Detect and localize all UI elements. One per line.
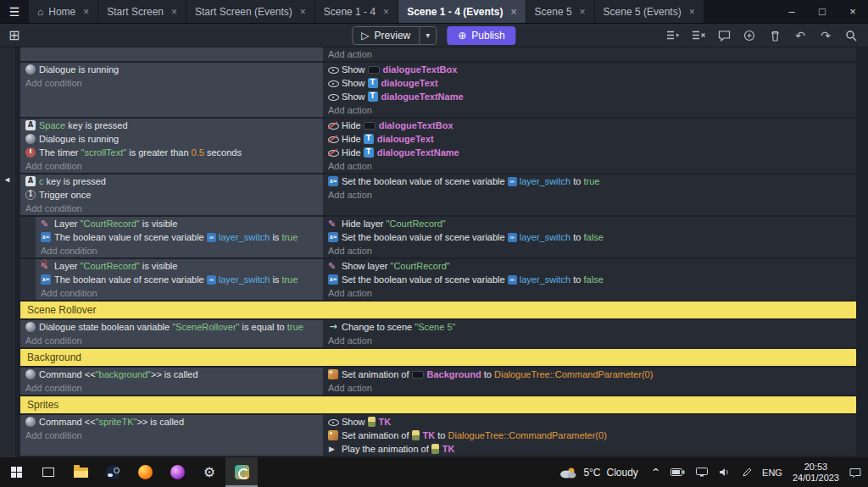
tab-scene-1-4[interactable]: Scene 1 - 4×: [315, 0, 398, 23]
tab-close-icon[interactable]: ×: [171, 6, 177, 18]
language-indicator[interactable]: ENG: [762, 468, 782, 478]
conditions-cell[interactable]: Command <<"spriteTK">> is calledAdd cond…: [20, 415, 323, 456]
actions-cell[interactable]: Change to scene "Scene 5"Add action: [323, 320, 856, 347]
comment-icon[interactable]: [717, 29, 731, 42]
condition-line[interactable]: Command <<"background">> is called: [25, 368, 318, 381]
action-line[interactable]: Hide dialogueTextName: [328, 146, 851, 159]
event-list-alt-icon[interactable]: [692, 29, 705, 42]
action-line[interactable]: Show dialogueTextName: [328, 90, 851, 103]
conditions-cell[interactable]: Command <<"background">> is calledAdd co…: [20, 368, 323, 395]
undo-icon[interactable]: ↶: [793, 29, 807, 42]
steam-button[interactable]: [97, 457, 129, 487]
actions-cell[interactable]: Add action: [323, 47, 856, 61]
task-view-button[interactable]: [32, 457, 64, 487]
redo-icon[interactable]: ↷: [819, 29, 832, 42]
group-row[interactable]: Sprites: [20, 396, 856, 413]
conditions-cell[interactable]: Dialogue state boolean variable "SceneRo…: [20, 320, 323, 347]
publish-button[interactable]: ⊕ Publish: [447, 26, 515, 45]
grid-view-icon[interactable]: ⊞: [8, 27, 19, 43]
tab-scene-5-events-[interactable]: Scene 5 (Events)×: [595, 0, 704, 23]
preview-dropdown-icon[interactable]: ▾: [420, 30, 436, 40]
actions-cell[interactable]: Hide dialogueTextBoxHide dialougeTextHid…: [323, 119, 856, 173]
maximize-button[interactable]: □: [807, 0, 837, 23]
condition-line[interactable]: The timer "scrollText" is greater than 0…: [25, 146, 318, 159]
actions-cell[interactable]: Set the boolean value of scene variable …: [323, 174, 856, 215]
hidden-icons-button[interactable]: ^: [652, 468, 659, 477]
condition-line[interactable]: Space key is pressed: [25, 119, 318, 132]
actions-cell[interactable]: Show layer "CourtRecord"Set the boolean …: [323, 259, 856, 300]
condition-line[interactable]: Dialogue is running: [25, 132, 318, 146]
tab-close-icon[interactable]: ×: [383, 6, 389, 18]
action-line[interactable]: Add action: [328, 159, 851, 173]
action-line[interactable]: Add action: [328, 103, 851, 117]
network-icon[interactable]: [696, 468, 708, 477]
battery-icon[interactable]: [670, 468, 685, 476]
actions-cell[interactable]: Show TKSet animation of TK to DialogueTr…: [323, 415, 856, 456]
action-line[interactable]: Show layer "CourtRecord": [328, 259, 851, 273]
condition-line[interactable]: Dialogue state boolean variable "SceneRo…: [25, 320, 318, 334]
gdevelop-taskbar-button[interactable]: [225, 457, 258, 487]
close-button[interactable]: ×: [837, 0, 868, 23]
fold-arrow-icon[interactable]: ◄: [3, 175, 11, 184]
trash-icon[interactable]: [768, 29, 782, 42]
condition-line[interactable]: Add condition: [41, 286, 318, 300]
conditions-cell[interactable]: c key is pressedTrigger onceAdd conditio…: [20, 174, 323, 215]
media-app-button[interactable]: [161, 457, 193, 487]
condition-line[interactable]: Add condition: [41, 244, 318, 257]
condition-line[interactable]: Add condition: [25, 76, 318, 90]
action-line[interactable]: Set the boolean value of scene variable …: [328, 273, 851, 286]
action-line[interactable]: Show dialogueTextBox: [328, 63, 851, 76]
search-icon[interactable]: [844, 29, 858, 42]
condition-line[interactable]: Add condition: [25, 381, 318, 395]
conditions-cell[interactable]: Dialogue is runningAdd condition: [20, 63, 323, 117]
minimize-button[interactable]: –: [776, 0, 807, 23]
action-line[interactable]: Play the animation of TK: [328, 442, 851, 456]
menu-icon[interactable]: ☰: [0, 0, 29, 23]
tab-close-icon[interactable]: ×: [300, 6, 306, 18]
actions-cell[interactable]: Set animation of Background to DialogueT…: [323, 368, 856, 395]
volume-icon[interactable]: [719, 468, 731, 477]
action-line[interactable]: Show TK: [328, 415, 851, 429]
tab-close-icon[interactable]: ×: [580, 6, 586, 18]
action-line[interactable]: Hide dialogueTextBox: [328, 119, 851, 132]
action-line[interactable]: Add action: [328, 334, 851, 347]
event-list-icon[interactable]: [666, 29, 680, 42]
tab-scene-5[interactable]: Scene 5×: [526, 0, 594, 23]
action-line[interactable]: Add action: [328, 244, 851, 257]
condition-line[interactable]: Add condition: [25, 429, 318, 442]
condition-line[interactable]: c key is pressed: [25, 174, 318, 188]
conditions-cell[interactable]: [20, 47, 323, 61]
tab-close-icon[interactable]: ×: [511, 6, 517, 18]
action-line[interactable]: Add action: [328, 286, 851, 300]
tab-start-screen[interactable]: Start Screen×: [98, 0, 186, 23]
tab-scene-1-4-events-[interactable]: Scene 1 - 4 (Events)×: [398, 0, 525, 23]
condition-line[interactable]: Layer "CourtRecord" is visible: [41, 217, 318, 230]
actions-cell[interactable]: Hide layer "CourtRecord"Set the boolean …: [323, 217, 856, 257]
actions-cell[interactable]: Show dialogueTextBoxShow dialougeTextSho…: [323, 63, 856, 117]
action-line[interactable]: Add action: [328, 47, 851, 61]
taskbar-clock[interactable]: 20:53 24/01/2023: [793, 462, 839, 484]
action-line[interactable]: Hide dialougeText: [328, 132, 851, 146]
action-line[interactable]: Set animation of Background to DialogueT…: [328, 368, 851, 381]
tab-close-icon[interactable]: ×: [83, 6, 89, 18]
action-line[interactable]: Add action: [328, 188, 851, 202]
conditions-cell[interactable]: Layer "CourtRecord" is visibleThe boolea…: [20, 259, 323, 300]
group-row[interactable]: Background: [20, 349, 856, 366]
start-button[interactable]: [0, 457, 32, 487]
tab-home[interactable]: ⌂Home×: [29, 0, 97, 23]
condition-line[interactable]: The boolean value of scene variable laye…: [41, 230, 318, 244]
tab-start-screen-events-[interactable]: Start Screen (Events)×: [186, 0, 314, 23]
action-line[interactable]: Add action: [328, 381, 851, 395]
condition-line[interactable]: Add condition: [25, 159, 318, 173]
group-row[interactable]: Scene Rollover: [20, 302, 856, 318]
condition-line[interactable]: Trigger once: [25, 188, 318, 202]
pen-icon[interactable]: [742, 468, 752, 478]
add-circle-icon[interactable]: [743, 29, 756, 42]
condition-line[interactable]: Layer "CourtRecord" is visible: [41, 259, 318, 273]
condition-line[interactable]: Command <<"spriteTK">> is called: [25, 415, 318, 429]
notification-center-button[interactable]: [849, 468, 861, 478]
weather-widget[interactable]: 5°C Cloudy: [559, 467, 638, 479]
action-line[interactable]: Set animation of TK to DialogueTree::Com…: [328, 429, 851, 442]
conditions-cell[interactable]: Layer "CourtRecord" is visibleThe boolea…: [20, 217, 323, 257]
condition-line[interactable]: Add condition: [25, 334, 318, 347]
